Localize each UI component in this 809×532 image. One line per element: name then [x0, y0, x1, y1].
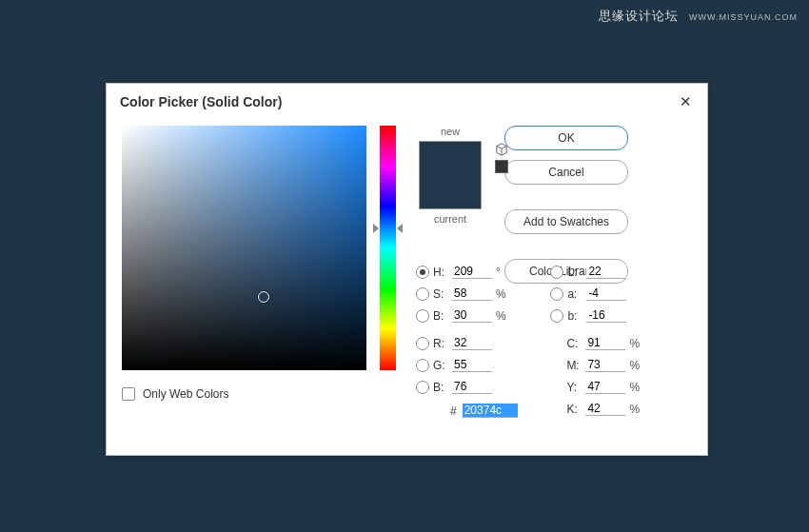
input-s[interactable] [452, 286, 492, 301]
label-l: L: [567, 266, 586, 279]
color-picker-dialog: Color Picker (Solid Color) ✕ Only Web Co… [106, 83, 708, 456]
cube-icon[interactable] [495, 143, 508, 156]
input-k[interactable] [585, 402, 625, 416]
unit-c: % [625, 337, 644, 350]
radio-bv[interactable] [416, 309, 429, 323]
unit-s: % [492, 287, 511, 301]
add-to-swatches-button[interactable]: Add to Swatches [504, 209, 628, 234]
hue-cursor-left[interactable] [373, 224, 379, 233]
input-hex[interactable] [463, 404, 518, 418]
label-m: M: [566, 359, 585, 372]
label-lab-b: b: [567, 309, 586, 323]
cancel-button[interactable]: Cancel [504, 160, 628, 185]
label-a: a: [567, 287, 586, 301]
input-m[interactable] [585, 358, 625, 372]
hue-cursor-right[interactable] [397, 224, 403, 233]
unit-bv: % [492, 309, 511, 323]
radio-l[interactable] [550, 266, 563, 279]
label-c: C: [566, 337, 585, 350]
watermark-sub: WWW.MISSYUAN.COM [689, 12, 798, 22]
input-g[interactable] [452, 358, 492, 372]
ok-button[interactable]: OK [504, 126, 628, 150]
color-field-cursor[interactable] [258, 291, 269, 303]
unit-h: ° [492, 266, 511, 279]
input-b[interactable] [452, 380, 492, 394]
radio-lab-b[interactable] [550, 309, 563, 323]
new-color-swatch [420, 142, 481, 175]
current-color-label: current [409, 213, 491, 225]
color-preview [419, 141, 482, 209]
current-color-swatch[interactable] [420, 175, 481, 208]
radio-s[interactable] [416, 287, 429, 301]
label-y: Y: [566, 381, 585, 394]
input-c[interactable] [585, 336, 625, 350]
gamut-warning-icon[interactable] [495, 160, 508, 173]
unit-m: % [625, 359, 644, 372]
watermark: 思缘设计论坛 WWW.MISSYUAN.COM [599, 8, 798, 25]
label-h: H: [433, 266, 452, 279]
input-l[interactable] [586, 265, 626, 279]
radio-r[interactable] [416, 337, 429, 350]
radio-b[interactable] [416, 381, 429, 394]
label-k: K: [566, 403, 585, 416]
label-g: G: [433, 359, 452, 372]
input-y[interactable] [585, 380, 625, 394]
unit-y: % [625, 381, 644, 394]
radio-h[interactable] [416, 266, 429, 279]
input-bv[interactable] [452, 308, 492, 323]
close-icon[interactable]: ✕ [677, 93, 694, 110]
label-b: B: [433, 381, 452, 394]
unit-k: % [625, 403, 644, 416]
hue-slider[interactable] [380, 126, 396, 401]
only-web-colors-checkbox[interactable] [122, 387, 135, 401]
label-bv: B: [433, 309, 452, 323]
dialog-title: Color Picker (Solid Color) [120, 94, 282, 109]
new-color-label: new [409, 126, 491, 137]
input-a[interactable] [586, 286, 626, 301]
label-s: S: [433, 287, 452, 301]
input-lab-b[interactable] [586, 308, 626, 323]
only-web-colors-label: Only Web Colors [143, 387, 228, 401]
color-field[interactable] [122, 126, 366, 370]
input-r[interactable] [452, 336, 492, 350]
watermark-main: 思缘设计论坛 [599, 9, 679, 23]
label-r: R: [433, 337, 452, 350]
label-hex: # [450, 404, 457, 418]
radio-a[interactable] [550, 287, 563, 301]
input-h[interactable] [452, 265, 492, 279]
radio-g[interactable] [416, 359, 429, 372]
